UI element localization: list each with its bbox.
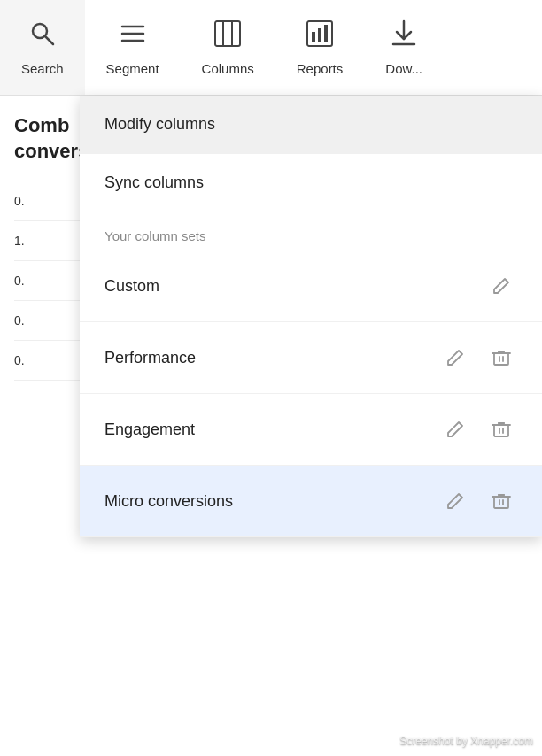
toolbar-item-search[interactable]: Search [0, 0, 85, 95]
micro-conversions-delete-button[interactable] [485, 485, 517, 517]
performance-edit-button[interactable] [439, 342, 471, 374]
performance-delete-button[interactable] [485, 342, 517, 374]
sync-columns-label: Sync columns [105, 174, 204, 192]
custom-label: Custom [105, 277, 159, 296]
performance-actions [439, 342, 517, 374]
micro-conversions-actions [439, 485, 517, 517]
modify-columns-label: Modify columns [105, 115, 215, 134]
svg-rect-18 [494, 425, 508, 436]
svg-rect-9 [312, 32, 315, 42]
download-icon [390, 19, 418, 54]
svg-rect-22 [494, 497, 508, 508]
segment-label: Segment [106, 61, 159, 76]
columns-label: Columns [202, 61, 254, 76]
svg-rect-14 [494, 353, 508, 365]
engagement-actions [439, 413, 517, 445]
custom-actions [485, 270, 517, 302]
toolbar-item-columns[interactable]: Columns [181, 0, 275, 95]
watermark: Screenshot by Xnapper.com [399, 735, 533, 747]
sync-columns-item[interactable]: Sync columns [80, 154, 542, 212]
svg-rect-10 [318, 28, 321, 42]
reports-label: Reports [297, 61, 344, 76]
reports-icon [306, 19, 334, 54]
custom-edit-button[interactable] [485, 270, 517, 302]
column-sets-section-label: Your column sets [80, 212, 542, 251]
engagement-label: Engagement [105, 420, 195, 439]
toolbar-item-download[interactable]: Dow... [364, 0, 444, 95]
micro-conversions-item[interactable]: Micro conversions [80, 466, 542, 537]
toolbar: Search Segment Columns [0, 0, 542, 96]
search-icon [28, 19, 57, 54]
engagement-delete-button[interactable] [485, 413, 517, 445]
modify-columns-item[interactable]: Modify columns [80, 96, 542, 154]
micro-conversions-label: Micro conversions [105, 492, 233, 511]
search-label: Search [21, 61, 64, 76]
toolbar-item-segment[interactable]: Segment [85, 0, 181, 95]
columns-icon [213, 19, 242, 54]
custom-item[interactable]: Custom [80, 251, 542, 322]
svg-line-1 [45, 36, 53, 44]
engagement-item[interactable]: Engagement [80, 394, 542, 466]
performance-item[interactable]: Performance [80, 322, 542, 394]
svg-rect-5 [215, 21, 240, 46]
performance-label: Performance [105, 349, 196, 367]
engagement-edit-button[interactable] [439, 413, 471, 445]
micro-conversions-edit-button[interactable] [439, 485, 471, 517]
toolbar-item-reports[interactable]: Reports [275, 0, 365, 95]
segment-icon [119, 19, 147, 54]
columns-dropdown: Modify columns Sync columns Your column … [80, 96, 542, 537]
svg-rect-11 [324, 25, 328, 42]
page-title: Comb convers [14, 113, 85, 164]
download-label: Dow... [385, 61, 422, 76]
